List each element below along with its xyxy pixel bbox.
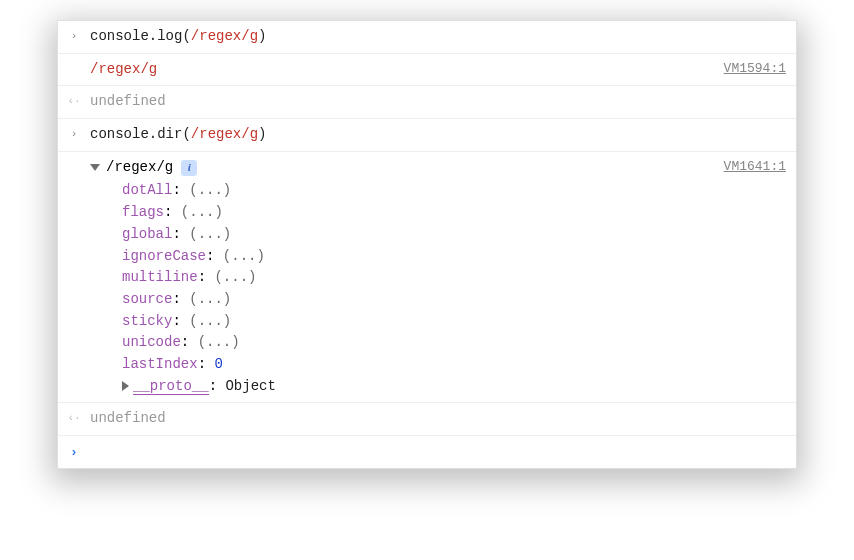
property-row[interactable]: unicode: (...)	[122, 332, 786, 354]
expand-icon[interactable]	[122, 381, 129, 391]
output-icon	[66, 59, 82, 61]
proto-row[interactable]: __proto__: Object	[122, 376, 786, 398]
console-input-row: › console.log(/regex/g)	[58, 21, 796, 54]
return-icon: ‹·	[66, 91, 82, 110]
property-row[interactable]: multiline: (...)	[122, 267, 786, 289]
console-return-row: ‹· undefined	[58, 86, 796, 119]
return-value: undefined	[90, 91, 166, 113]
source-link[interactable]: VM1641:1	[724, 157, 786, 177]
collapse-icon[interactable]	[90, 164, 100, 171]
property-row[interactable]: dotAll: (...)	[122, 180, 786, 202]
console-output-row: /regex/g VM1594:1	[58, 54, 796, 87]
property-row[interactable]: ignoreCase: (...)	[122, 246, 786, 268]
console-input-code: console.log(/regex/g)	[90, 26, 266, 48]
input-icon: ›	[66, 124, 82, 143]
object-properties: dotAll: (...) flags: (...) global: (...)…	[90, 178, 786, 397]
regex-output[interactable]: /regex/g	[90, 59, 157, 81]
console-input-code: console.dir(/regex/g)	[90, 124, 266, 146]
property-row[interactable]: source: (...)	[122, 289, 786, 311]
property-row[interactable]: sticky: (...)	[122, 311, 786, 333]
console-return-row: ‹· undefined	[58, 403, 796, 436]
prompt-icon: ›	[66, 441, 82, 463]
return-value: undefined	[90, 408, 166, 430]
object-header[interactable]: /regex/g	[106, 157, 173, 179]
output-icon	[66, 157, 82, 159]
source-link[interactable]: VM1594:1	[724, 59, 786, 79]
property-row[interactable]: global: (...)	[122, 224, 786, 246]
console-dir-output-row: /regex/g i VM1641:1 dotAll: (...) flags:…	[58, 152, 796, 404]
console-prompt-row[interactable]: ›	[58, 436, 796, 468]
input-icon: ›	[66, 26, 82, 45]
property-row[interactable]: flags: (...)	[122, 202, 786, 224]
devtools-console: › console.log(/regex/g) /regex/g VM1594:…	[57, 20, 797, 469]
info-icon[interactable]: i	[181, 160, 197, 176]
return-icon: ‹·	[66, 408, 82, 427]
property-row[interactable]: lastIndex: 0	[122, 354, 786, 376]
console-input-row: › console.dir(/regex/g)	[58, 119, 796, 152]
